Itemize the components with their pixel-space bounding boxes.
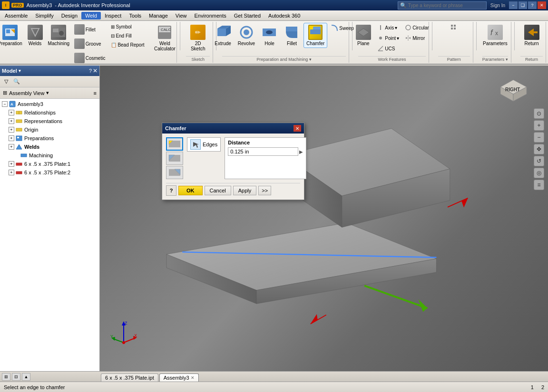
dialog-ok-button[interactable]: OK <box>178 186 203 195</box>
fillet-button[interactable]: Fillet <box>72 23 108 36</box>
tree-machining[interactable]: Machining <box>1 151 98 160</box>
edges-selector[interactable]: Edges <box>187 137 221 152</box>
rotate-button[interactable]: ↺ <box>534 156 544 166</box>
menu-view[interactable]: View <box>172 12 191 19</box>
search-input[interactable] <box>408 3 484 8</box>
panel-dropdown[interactable]: ▾ <box>19 68 21 73</box>
welds-expander[interactable]: + <box>9 144 14 150</box>
tab-plate[interactable]: 6 x .5 x .375 Plate.ipt <box>101 373 158 382</box>
menu-simplify[interactable]: Simplify <box>31 12 58 19</box>
tab-assembly-close[interactable]: ✕ <box>191 375 195 380</box>
assembly3-expander[interactable]: − <box>2 101 8 107</box>
menu-design[interactable]: Design <box>58 12 81 19</box>
menu-weld[interactable]: Weld <box>81 12 101 19</box>
extrude-button[interactable]: Extrude <box>212 23 234 48</box>
parameters-button[interactable]: fx Parameters <box>480 23 510 48</box>
zoom-in-button[interactable]: + <box>534 120 544 131</box>
look-at-button[interactable]: ◎ <box>534 168 544 178</box>
bead-report-button[interactable]: 📋 Bead Report <box>108 41 147 49</box>
tree-welds[interactable]: + Welds <box>1 143 98 151</box>
full-nav-button[interactable]: ≡ <box>534 180 544 190</box>
hole-button[interactable]: Hole <box>259 23 280 48</box>
menu-environments[interactable]: Environments <box>191 12 230 19</box>
chamfer-thumb-2[interactable] <box>166 152 183 165</box>
menu-inspect[interactable]: Inspect <box>101 12 125 19</box>
distance-expand-button[interactable]: ▶ <box>299 149 303 154</box>
representations-expander[interactable]: + <box>9 118 14 124</box>
mirror-button[interactable]: Mirror <box>402 33 431 43</box>
preparations-expander[interactable]: + <box>9 135 14 141</box>
preparation-button[interactable]: Preparation <box>0 23 23 48</box>
restore-button[interactable]: ❑ <box>519 1 527 9</box>
close-button[interactable]: ✕ <box>538 1 546 9</box>
plane-button[interactable]: Plane <box>352 23 374 48</box>
relationships-expander[interactable]: + <box>9 110 14 115</box>
minimize-button[interactable]: − <box>509 1 518 9</box>
zoom-out-button[interactable]: − <box>534 132 544 143</box>
weld-calculator-button[interactable]: CALC Weld Calculator <box>148 23 182 53</box>
distance-input[interactable] <box>228 147 298 156</box>
title-text: Assembly3 <box>27 2 52 8</box>
tree-origin[interactable]: + Origin <box>1 125 98 134</box>
zoom-fit-button[interactable]: ⊙ <box>534 108 544 119</box>
sign-in-link[interactable]: Sign In <box>490 3 505 8</box>
end-fill-button[interactable]: ⊟ End Fill <box>108 32 147 40</box>
revolve-button[interactable]: Revolve <box>235 23 258 48</box>
rectangular-pattern-button[interactable] <box>448 23 460 32</box>
bottom-icon-2[interactable]: ⊟ <box>12 373 20 381</box>
tree-plate1[interactable]: + 6 x .5 x .375 Plate:1 <box>1 160 98 168</box>
filter-button[interactable]: ▽ <box>2 77 10 86</box>
circular-button[interactable]: Circular <box>402 23 431 32</box>
panel-help-button[interactable]: ? <box>89 67 92 74</box>
plate1-expander[interactable]: + <box>9 161 14 167</box>
chamfer-button[interactable]: Chamfer <box>303 23 327 48</box>
welds-tree-label: Welds <box>24 144 39 150</box>
menu-tools[interactable]: Tools <box>125 12 145 19</box>
welds-button[interactable]: Welds <box>24 23 46 48</box>
bottom-icon-3[interactable]: ▲ <box>22 373 30 381</box>
machining-button[interactable]: Machining <box>47 23 71 48</box>
expand-icon[interactable]: ≡ <box>94 90 97 96</box>
dialog-close-button[interactable]: ✕ <box>294 125 301 132</box>
menu-manage[interactable]: Manage <box>145 12 172 19</box>
extrude-icon <box>215 25 231 40</box>
axis-button[interactable]: Axis ▾ <box>375 23 401 32</box>
point-button[interactable]: Point ▾ <box>375 33 401 43</box>
origin-expander[interactable]: + <box>9 127 14 133</box>
ucs-button[interactable]: UCS <box>375 44 401 53</box>
panel-close-button[interactable]: ✕ <box>93 67 98 74</box>
cosmetic-button[interactable]: Cosmetic <box>72 51 108 65</box>
menu-autodesk-360[interactable]: Autodesk 360 <box>264 12 304 19</box>
edges-cursor-icon[interactable] <box>190 139 201 150</box>
sketch-2d-button[interactable]: ✏ 2D Sketch <box>186 23 210 53</box>
pan-button[interactable]: ✥ <box>534 144 544 154</box>
assembly3-label: Assembly3 <box>18 101 43 107</box>
dialog-more-button[interactable]: >> <box>258 186 271 195</box>
plate2-expander[interactable]: + <box>9 170 14 175</box>
hole-label: Hole <box>264 41 274 46</box>
tree-assembly3[interactable]: − A Assembly3 <box>1 100 98 108</box>
nav-cube[interactable]: RIGHT <box>498 70 529 101</box>
symbol-button[interactable]: ⊞ Symbol <box>108 23 147 31</box>
menu-get-started[interactable]: Get Started <box>230 12 264 19</box>
view-dropdown[interactable]: ▾ <box>46 90 49 96</box>
tree-plate2[interactable]: + 6 x .5 x .375 Plate:2 <box>1 168 98 177</box>
groove-button[interactable]: Groove <box>72 37 108 50</box>
tree-preparations[interactable]: + Preparations <box>1 134 98 143</box>
dialog-cancel-button[interactable]: Cancel <box>205 186 231 195</box>
tab-assembly[interactable]: Assembly3 ✕ <box>159 373 199 382</box>
chamfer-thumb-3[interactable] <box>166 166 183 179</box>
help-button[interactable]: ? <box>528 1 537 9</box>
bottom-icon-1[interactable]: ⊞ <box>2 373 10 381</box>
rect-pattern-icon <box>450 24 457 31</box>
dialog-apply-button[interactable]: Apply <box>233 186 257 195</box>
chamfer-thumb-1[interactable] <box>166 137 183 151</box>
tree-representations[interactable]: + Representations <box>1 117 98 125</box>
tree-relationships[interactable]: + Relationships <box>1 108 98 117</box>
dialog-help-button[interactable]: ? <box>166 185 176 196</box>
fillet2-button[interactable]: Fillet <box>281 23 303 48</box>
search-tree-button[interactable]: 🔍 <box>12 77 21 86</box>
return-button[interactable]: Return <box>521 23 542 48</box>
menu-assemble[interactable]: Assemble <box>1 12 31 19</box>
search-bar[interactable]: 🔍 <box>398 1 487 10</box>
